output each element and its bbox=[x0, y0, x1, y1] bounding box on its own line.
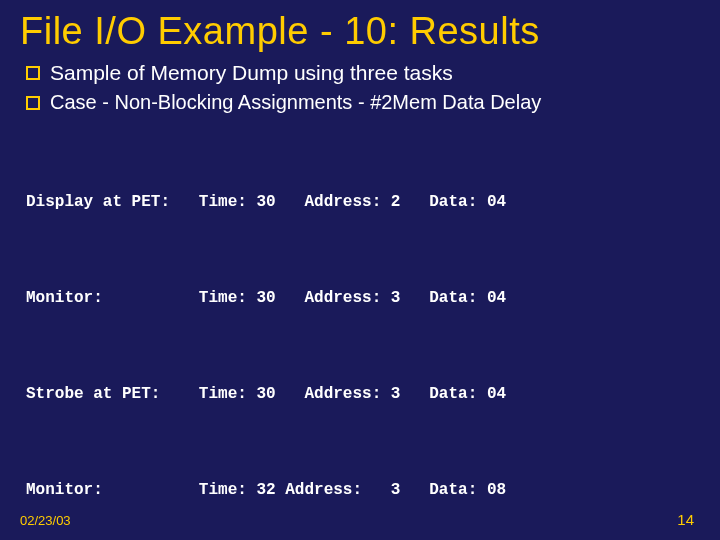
case1-line: Case - Non-Blocking Assignments - #2Mem … bbox=[26, 91, 700, 114]
data-row: Strobe at PET: Time: 30 Address: 3 Data:… bbox=[26, 378, 700, 410]
bullet-main-line: Sample of Memory Dump using three tasks bbox=[26, 61, 700, 85]
data-row: Monitor: Time: 30 Address: 3 Data: 04 bbox=[26, 282, 700, 314]
data-row: Display at PET: Time: 30 Address: 2 Data… bbox=[26, 186, 700, 218]
slide: File I/O Example - 10: Results Sample of… bbox=[0, 0, 720, 540]
page-title: File I/O Example - 10: Results bbox=[20, 10, 700, 53]
bullet-square-icon bbox=[26, 96, 40, 110]
bullet-main-text: Sample of Memory Dump using three tasks bbox=[50, 61, 453, 85]
footer-page-number: 14 bbox=[677, 511, 694, 528]
data-row: Monitor: Time: 32 Address: 3 Data: 08 bbox=[26, 474, 700, 506]
case1-data-block: Display at PET: Time: 30 Address: 2 Data… bbox=[26, 122, 700, 540]
footer-date: 02/23/03 bbox=[20, 513, 71, 528]
case1-text: Case - Non-Blocking Assignments - #2Mem … bbox=[50, 91, 541, 114]
bullet-square-icon bbox=[26, 66, 40, 80]
